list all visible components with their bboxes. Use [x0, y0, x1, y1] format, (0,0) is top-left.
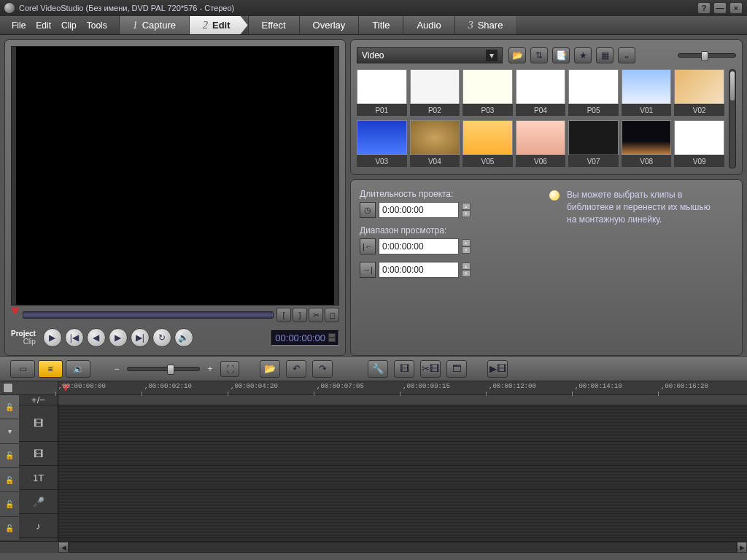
library-item[interactable]: P03: [462, 69, 513, 117]
expand-options-button[interactable]: ⌄: [618, 47, 635, 63]
project-duration-field[interactable]: 0:00:00:00: [379, 202, 459, 218]
manage-button[interactable]: 📑: [552, 47, 570, 63]
step-capture[interactable]: 1 Capture: [119, 16, 189, 34]
lock-toggle-3[interactable]: 🔓: [0, 468, 19, 492]
lock-toggle-4[interactable]: 🔓: [0, 492, 19, 516]
storyboard-view-button[interactable]: ▭: [10, 360, 35, 378]
library-item[interactable]: V08: [622, 120, 672, 168]
fit-project-button[interactable]: ⛶: [220, 361, 239, 377]
library-item[interactable]: V06: [516, 120, 566, 168]
end-button[interactable]: ▶|: [131, 328, 150, 347]
step-share[interactable]: 3 Share: [454, 16, 516, 34]
overlay-track-icon[interactable]: 🎞: [19, 442, 58, 466]
open-folder-button[interactable]: 📂: [508, 47, 526, 63]
home-button[interactable]: |◀: [65, 328, 84, 347]
step-edit[interactable]: 2 Edit: [189, 16, 248, 34]
title-track[interactable]: [58, 466, 747, 490]
library-option-button[interactable]: ▦: [596, 47, 614, 63]
menu-clip[interactable]: Clip: [57, 19, 81, 32]
preview-viewport[interactable]: [11, 46, 339, 306]
library-item[interactable]: V02: [674, 69, 724, 117]
step-overlay[interactable]: Overlay: [299, 16, 359, 34]
minimize-button[interactable]: —: [713, 2, 727, 14]
favorite-button[interactable]: ★: [574, 47, 592, 63]
library-item[interactable]: V04: [410, 120, 460, 168]
video-track[interactable]: [58, 405, 747, 442]
library-category-dropdown[interactable]: Video ▾: [357, 47, 503, 63]
library-item[interactable]: P01: [357, 69, 407, 117]
timeline-ruler[interactable]: ,00:00:00:00,00:00:02:10,00:00:04:20,00:…: [0, 381, 747, 395]
library-zoom-slider[interactable]: [678, 53, 736, 58]
library-item[interactable]: P02: [410, 69, 460, 117]
split-button[interactable]: ✂: [309, 308, 323, 322]
scrub-playhead-icon[interactable]: [11, 308, 20, 315]
audio-view-button[interactable]: 🔉: [66, 360, 90, 378]
menu-file[interactable]: File: [7, 19, 30, 32]
library-item[interactable]: V03: [357, 120, 407, 168]
repeat-button[interactable]: ↻: [152, 328, 171, 347]
dropdown-toggle[interactable]: ▾: [0, 419, 19, 443]
library-item[interactable]: V09: [674, 120, 724, 168]
voice-track-icon[interactable]: 🎤: [19, 490, 58, 514]
library-item[interactable]: P05: [568, 69, 619, 117]
library-thumb: [462, 69, 513, 104]
mark-in-field[interactable]: 0:00:00:00: [379, 238, 459, 254]
insert-media-button[interactable]: 📂: [260, 360, 280, 378]
timeline-zoom-slider[interactable]: [127, 367, 200, 371]
tc-down-icon[interactable]: [328, 338, 336, 342]
step-effect[interactable]: Effect: [248, 16, 299, 34]
next-button[interactable]: ▶: [109, 328, 128, 347]
timeline-scrollbar[interactable]: ◀ ▶: [0, 541, 747, 553]
sort-button[interactable]: ⇅: [530, 47, 548, 63]
mark-out-button[interactable]: ]: [293, 308, 307, 322]
library-item-label: V06: [516, 155, 566, 167]
track-add-bar[interactable]: [58, 395, 747, 405]
step-audio[interactable]: Audio: [403, 16, 454, 34]
timeline-view-button[interactable]: ≡: [38, 360, 63, 378]
menu-tools[interactable]: Tools: [82, 19, 112, 32]
preview-mode[interactable]: Project Clip: [11, 330, 39, 346]
overlay-track[interactable]: [58, 442, 747, 466]
enlarge-button[interactable]: ◻: [325, 308, 339, 322]
zoom-out-icon[interactable]: −: [111, 363, 123, 375]
redo-button[interactable]: ↷: [312, 360, 333, 378]
video-track-icon[interactable]: 🎞: [19, 405, 58, 442]
track-manager-button[interactable]: 🗔: [446, 360, 467, 378]
music-track-icon[interactable]: ♪: [19, 514, 58, 538]
menu-edit[interactable]: Edit: [31, 19, 55, 32]
preview-timecode[interactable]: 00:00:00:00: [271, 330, 339, 346]
render-preview-button[interactable]: ▶🎞: [487, 360, 508, 378]
scroll-right-icon[interactable]: ▶: [737, 542, 747, 553]
lock-toggle-1[interactable]: 🔓: [0, 395, 19, 419]
play-button[interactable]: ▶: [43, 328, 62, 347]
library-item[interactable]: V05: [462, 120, 513, 168]
scrub-track[interactable]: [23, 311, 274, 319]
library-item[interactable]: P04: [516, 69, 566, 117]
lock-toggle-2[interactable]: 🔓: [0, 444, 19, 468]
title-track-icon[interactable]: 1T: [19, 466, 58, 490]
close-button[interactable]: ×: [729, 2, 743, 14]
ripple-toggle-icon[interactable]: [3, 383, 13, 393]
library-scrollbar[interactable]: [729, 69, 736, 168]
prev-button[interactable]: ◀: [87, 328, 106, 347]
smart-proxy-button[interactable]: 🔧: [368, 360, 388, 378]
library-item[interactable]: V07: [568, 120, 619, 168]
undo-button[interactable]: ↶: [286, 360, 306, 378]
music-track[interactable]: [58, 514, 747, 538]
track-add-remove[interactable]: +/−: [19, 395, 58, 405]
library-item-label: V07: [568, 155, 619, 167]
volume-button[interactable]: 🔊: [174, 328, 193, 347]
batch-convert-button[interactable]: 🎞: [394, 360, 414, 378]
spin-down-icon[interactable]: ▾: [462, 210, 471, 217]
step-title[interactable]: Title: [358, 16, 403, 34]
mark-in-button[interactable]: [: [276, 308, 291, 322]
scroll-left-icon[interactable]: ◀: [58, 542, 69, 553]
help-button[interactable]: ?: [697, 2, 711, 14]
lock-toggle-5[interactable]: 🔓: [0, 517, 19, 541]
zoom-in-icon[interactable]: +: [204, 363, 216, 375]
spin-up-icon[interactable]: ▴: [462, 203, 471, 210]
multi-trim-button[interactable]: ✂🎞: [420, 360, 441, 378]
library-item[interactable]: V01: [622, 69, 672, 117]
voice-track[interactable]: [58, 490, 747, 514]
mark-out-field[interactable]: 0:00:00:00: [379, 262, 459, 278]
